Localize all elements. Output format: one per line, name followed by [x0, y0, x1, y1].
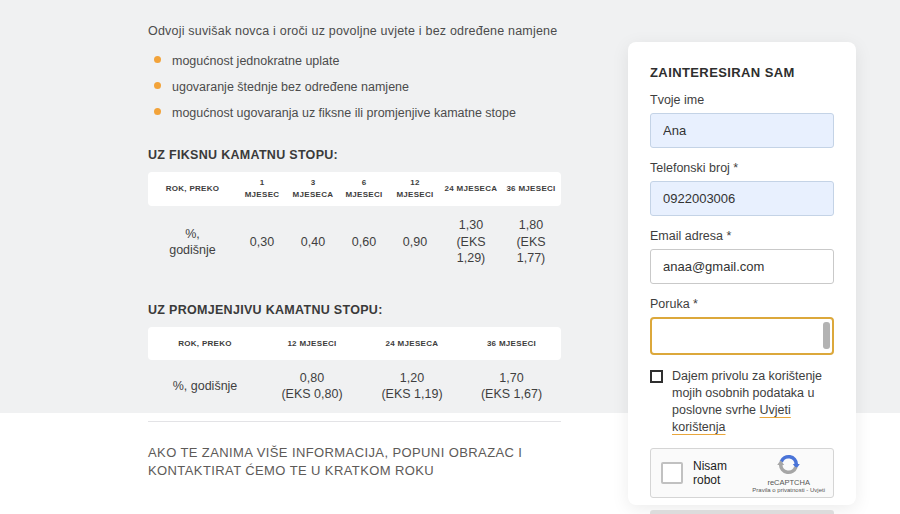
fixed-rate-table: ROK, PREKO 1 MJESEC 3 MJESECA 6 MJESECI …: [148, 172, 561, 277]
rate-value: 0,60: [339, 234, 389, 250]
recaptcha-name: reCAPTCHA: [767, 478, 810, 487]
variable-rate-table: ROK, PREKO 12 MJESECI 24 MJESECA 36 MJES…: [148, 327, 561, 413]
section-divider: [148, 421, 561, 422]
savings-info-column: Odvoji suvišak novca i oroči uz povoljne…: [148, 24, 561, 481]
recaptcha-brand: reCAPTCHA Pravila o privatnosti - Uvjeti: [752, 452, 825, 493]
message-textarea[interactable]: [650, 317, 834, 355]
consent-text-body: Dajem privolu za korištenje mojih osobni…: [672, 369, 822, 417]
phone-input[interactable]: [650, 181, 834, 216]
rate-value: 0,90: [389, 234, 441, 250]
phone-label: Telefonski broj *: [650, 161, 834, 175]
cta-text: AKO TE ZANIMA VIŠE INFORMACIJA, POPUNI O…: [148, 444, 561, 482]
benefit-label: ugovaranje štednje bez određene namjene: [172, 80, 409, 94]
fixed-rate-table-title: UZ FIKSNU KAMATNU STOPU:: [148, 148, 561, 162]
consent-checkbox[interactable]: [650, 370, 663, 383]
column-header: 24 MJESECA: [362, 338, 462, 350]
column-header: 36 MJESECI: [501, 183, 561, 195]
interest-form-card: ZAINTERESIRAN SAM Tvoje ime Telefonski b…: [628, 42, 856, 505]
form-title: ZAINTERESIRAN SAM: [650, 65, 834, 80]
benefits-list: mogućnost jednokratne uplate ugovaranje …: [148, 52, 561, 122]
column-header: 36 MJESECI: [462, 338, 561, 350]
bullet-icon: [154, 108, 161, 115]
recaptcha-label: Nisam robot: [693, 459, 752, 487]
row-label: %, godišnje: [148, 226, 237, 259]
textarea-scrollbar[interactable]: [823, 322, 830, 349]
rate-value: 1,30 (EKS 1,29): [441, 217, 501, 266]
column-header: ROK, PREKO: [148, 338, 262, 350]
list-item: ugovaranje štednje bez određene namjene: [148, 78, 561, 96]
list-item: mogućnost ugovaranja uz fiksne ili promj…: [148, 104, 561, 122]
recaptcha-icon: [776, 452, 801, 477]
savings-page: Odvoji suvišak novca i oroči uz povoljne…: [0, 0, 900, 514]
rate-value: 1,20 (EKS 1,19): [362, 370, 462, 403]
rate-value: 1,70 (EKS 1,67): [462, 370, 561, 403]
variable-rate-table-title: UZ PROMJENJIVU KAMATNU STOPU:: [148, 303, 561, 317]
table-header-row: ROK, PREKO 1 MJESEC 3 MJESECA 6 MJESECI …: [148, 172, 561, 206]
rate-value: 1,80 (EKS 1,77): [501, 217, 561, 266]
consent-text: Dajem privolu za korištenje mojih osobni…: [672, 368, 834, 436]
recaptcha-privacy-links[interactable]: Pravila o privatnosti - Uvjeti: [752, 487, 825, 493]
table-row: %, godišnje 0,30 0,40 0,60 0,90 1,30 (EK…: [148, 206, 561, 277]
bullet-icon: [154, 82, 161, 89]
bullet-icon: [154, 56, 161, 63]
name-label: Tvoje ime: [650, 93, 834, 107]
intro-text: Odvoji suvišak novca i oroči uz povoljne…: [148, 24, 561, 38]
rate-value: 0,40: [287, 234, 339, 250]
message-field-wrap: [650, 317, 834, 355]
column-header: 6 MJESECI: [339, 177, 389, 201]
rate-value: 0,80 (EKS 0,80): [262, 370, 362, 403]
column-header: 1 MJESEC: [237, 177, 287, 201]
name-input[interactable]: [650, 113, 834, 148]
table-row: %, godišnje 0,80 (EKS 0,80) 1,20 (EKS 1,…: [148, 360, 561, 413]
row-label: %, godišnje: [148, 378, 262, 394]
column-header: 12 MJESECI: [262, 338, 362, 350]
benefit-label: mogućnost ugovaranja uz fiksne ili promj…: [172, 106, 516, 120]
benefit-label: mogućnost jednokratne uplate: [172, 54, 339, 68]
submit-button[interactable]: POŠALJI: [650, 510, 834, 514]
rate-value: 0,30: [237, 234, 287, 250]
consent-row: Dajem privolu za korištenje mojih osobni…: [650, 368, 834, 436]
message-label: Poruka *: [650, 297, 834, 311]
column-header: 3 MJESECA: [287, 177, 339, 201]
column-header: 12 MJESECI: [389, 177, 441, 201]
column-header: ROK, PREKO: [148, 183, 237, 195]
email-label: Email adresa *: [650, 229, 834, 243]
list-item: mogućnost jednokratne uplate: [148, 52, 561, 70]
column-header: 24 MJESECA: [441, 183, 501, 195]
email-input[interactable]: [650, 249, 834, 284]
recaptcha-widget: Nisam robot reCAPTCHA Pravila o privatno…: [650, 448, 834, 498]
recaptcha-checkbox[interactable]: [661, 462, 683, 484]
table-header-row: ROK, PREKO 12 MJESECI 24 MJESECA 36 MJES…: [148, 327, 561, 360]
